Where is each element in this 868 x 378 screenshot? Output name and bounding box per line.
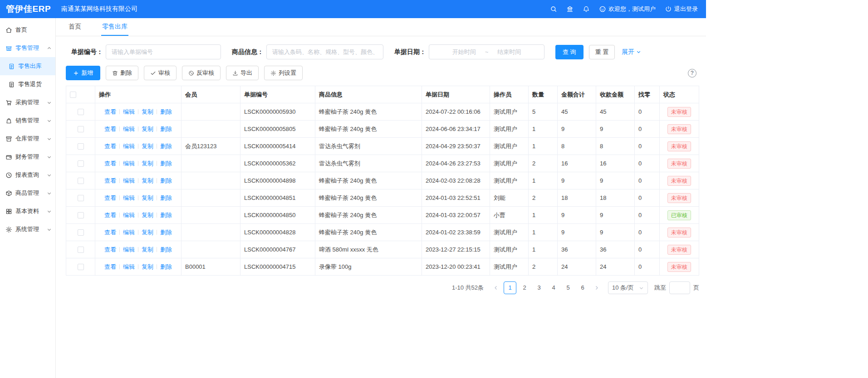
- copy-link[interactable]: 复制: [142, 126, 153, 132]
- sidebar-item-retail-return[interactable]: 零售退货: [0, 75, 55, 93]
- welcome-user[interactable]: 欢迎您，测试用户: [599, 5, 656, 13]
- delete-link[interactable]: 删除: [160, 263, 172, 270]
- bell-icon[interactable]: [583, 5, 590, 13]
- delete-link[interactable]: 删除: [160, 126, 172, 132]
- copy-link[interactable]: 复制: [142, 212, 153, 218]
- row-checkbox[interactable]: [78, 178, 84, 184]
- start-date-placeholder[interactable]: 开始时间: [452, 48, 476, 56]
- view-link[interactable]: 查看: [104, 246, 116, 253]
- search-button[interactable]: 查 询: [555, 45, 584, 59]
- page-number-3[interactable]: 3: [533, 281, 545, 294]
- delete-link[interactable]: 删除: [160, 108, 172, 115]
- sidebar-item-retail[interactable]: 零售管理: [0, 39, 55, 57]
- delete-link[interactable]: 删除: [160, 160, 172, 167]
- row-checkbox[interactable]: [78, 143, 84, 150]
- copy-link[interactable]: 复制: [142, 177, 153, 184]
- prev-page-button[interactable]: [491, 281, 501, 294]
- next-page-button[interactable]: [592, 281, 602, 294]
- copy-link[interactable]: 复制: [142, 263, 153, 270]
- edit-link[interactable]: 编辑: [123, 143, 135, 150]
- select-all-checkbox[interactable]: [70, 92, 76, 98]
- edit-link[interactable]: 编辑: [123, 263, 135, 270]
- expand-link[interactable]: 展开: [622, 48, 641, 56]
- edit-link[interactable]: 编辑: [123, 212, 135, 218]
- row-checkbox[interactable]: [78, 109, 84, 115]
- reset-button[interactable]: 重 置: [589, 45, 615, 59]
- column-settings-button[interactable]: 列设置: [264, 66, 303, 80]
- operator-cell: 测试用户: [490, 103, 529, 121]
- tab-retail-out[interactable]: 零售出库: [101, 18, 128, 36]
- edit-link[interactable]: 编辑: [123, 126, 135, 132]
- row-checkbox[interactable]: [78, 247, 84, 253]
- chevron-down-icon: [47, 118, 52, 123]
- sidebar-item-purchase[interactable]: 采购管理: [0, 93, 55, 111]
- member-cell: [181, 224, 240, 241]
- delete-link[interactable]: 删除: [160, 194, 172, 201]
- page-content: 单据编号： 商品信息： 单据日期： 开始时间 ~ 结束时间 查 询 重 置: [56, 36, 706, 294]
- delete-link[interactable]: 删除: [160, 143, 172, 150]
- sidebar-item-finance[interactable]: 财务管理: [0, 148, 55, 166]
- copy-link[interactable]: 复制: [142, 229, 153, 236]
- view-link[interactable]: 查看: [104, 143, 116, 150]
- edit-link[interactable]: 编辑: [123, 160, 135, 167]
- product-info-input[interactable]: [266, 44, 383, 59]
- copy-link[interactable]: 复制: [142, 160, 153, 167]
- jump-page-input[interactable]: [669, 281, 690, 294]
- help-icon[interactable]: ?: [688, 69, 696, 78]
- logout-button[interactable]: 退出登录: [665, 5, 698, 13]
- page-size-select[interactable]: 10 条/页: [608, 281, 648, 294]
- edit-link[interactable]: 编辑: [123, 194, 135, 201]
- row-checkbox[interactable]: [78, 264, 84, 270]
- search-icon[interactable]: [550, 5, 557, 13]
- delete-link[interactable]: 删除: [160, 177, 172, 184]
- add-button[interactable]: 新增: [66, 66, 100, 80]
- delete-button[interactable]: 删除: [106, 66, 138, 80]
- row-checkbox[interactable]: [78, 126, 84, 132]
- audit-button[interactable]: 审核: [144, 66, 177, 80]
- unaudit-button[interactable]: 反审核: [182, 66, 221, 80]
- sidebar-item-system[interactable]: 系统管理: [0, 220, 55, 238]
- sidebar-item-reports[interactable]: 报表查询: [0, 166, 55, 184]
- view-link[interactable]: 查看: [104, 160, 116, 167]
- row-checkbox[interactable]: [78, 160, 84, 167]
- page-number-4[interactable]: 4: [547, 281, 560, 294]
- sidebar-item-sales[interactable]: 销售管理: [0, 111, 55, 130]
- sidebar-item-home[interactable]: 首页: [0, 21, 55, 39]
- sidebar-item-warehouse[interactable]: 仓库管理: [0, 130, 55, 148]
- page-number-5[interactable]: 5: [562, 281, 574, 294]
- delete-link[interactable]: 删除: [160, 246, 172, 253]
- page-number-6[interactable]: 6: [576, 281, 589, 294]
- edit-link[interactable]: 编辑: [123, 229, 135, 236]
- copy-link[interactable]: 复制: [142, 143, 153, 150]
- view-link[interactable]: 查看: [104, 108, 116, 115]
- bill-no-input[interactable]: [106, 44, 221, 59]
- view-link[interactable]: 查看: [104, 126, 116, 132]
- copy-link[interactable]: 复制: [142, 246, 153, 253]
- view-link[interactable]: 查看: [104, 229, 116, 236]
- sidebar-item-basic-data[interactable]: 基本资料: [0, 202, 55, 220]
- row-checkbox[interactable]: [78, 229, 84, 236]
- bank-icon[interactable]: [566, 5, 574, 13]
- qty-cell: 1: [529, 207, 558, 224]
- copy-link[interactable]: 复制: [142, 194, 153, 201]
- delete-link[interactable]: 删除: [160, 229, 172, 236]
- view-link[interactable]: 查看: [104, 212, 116, 218]
- edit-link[interactable]: 编辑: [123, 108, 135, 115]
- delete-link[interactable]: 删除: [160, 212, 172, 218]
- sidebar-item-retail-out[interactable]: 零售出库: [0, 57, 55, 75]
- view-link[interactable]: 查看: [104, 194, 116, 201]
- sidebar-item-goods[interactable]: 商品管理: [0, 184, 55, 202]
- export-button[interactable]: 导出: [226, 66, 259, 80]
- edit-link[interactable]: 编辑: [123, 177, 135, 184]
- row-checkbox[interactable]: [78, 195, 84, 201]
- tab-home[interactable]: 首页: [68, 18, 82, 36]
- edit-link[interactable]: 编辑: [123, 246, 135, 253]
- page-number-1[interactable]: 1: [504, 281, 516, 294]
- date-range-picker[interactable]: 开始时间 ~ 结束时间: [429, 44, 544, 59]
- view-link[interactable]: 查看: [104, 177, 116, 184]
- row-checkbox[interactable]: [78, 212, 84, 218]
- view-link[interactable]: 查看: [104, 263, 116, 270]
- copy-link[interactable]: 复制: [142, 108, 153, 115]
- end-date-placeholder[interactable]: 结束时间: [497, 48, 521, 56]
- page-number-2[interactable]: 2: [518, 281, 531, 294]
